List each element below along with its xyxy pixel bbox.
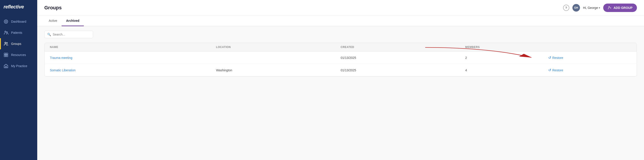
dashboard-icon [4, 19, 8, 24]
table-header: NAME LOCATION CREATED MEMBERS [44, 43, 637, 52]
table-row: Somatic Liberation Washington 01/13/2025… [44, 64, 637, 76]
sidebar: reflective Dashboard Patients Groups Res… [0, 0, 37, 160]
page-title: Groups [44, 5, 563, 11]
search-icon: 🔍 [47, 33, 51, 36]
chevron-down-icon: ▾ [599, 7, 600, 9]
search-wrapper[interactable]: 🔍 [44, 31, 93, 38]
groups-label: Groups [11, 42, 21, 46]
add-group-button[interactable]: ADD GROUP [603, 4, 637, 12]
main-content: Groups ? GH Hi, George ▾ ADD GROUP Activ… [37, 0, 644, 160]
location-cell-2: Washington [216, 68, 340, 72]
add-group-label: ADD GROUP [614, 6, 632, 10]
group-name-link-1[interactable]: Trauma meeting [50, 56, 72, 59]
content-area: 🔍 NAME LOCATION CREATED MEMBERS Trauma m… [37, 26, 644, 160]
members-cell-1: 2 [465, 56, 548, 59]
my-practice-label: My Practice [11, 64, 27, 68]
group-name-cell: Trauma meeting [50, 56, 216, 59]
sidebar-nav: Dashboard Patients Groups Resources My P [0, 16, 37, 71]
resources-label: Resources [11, 53, 26, 57]
svg-point-1 [5, 31, 6, 32]
tab-archived[interactable]: Archived [62, 16, 84, 26]
user-greeting[interactable]: Hi, George ▾ [583, 6, 600, 10]
restore-button-2[interactable]: ↺ Restore [548, 68, 563, 72]
svg-rect-6 [6, 53, 8, 55]
my-practice-icon [4, 63, 8, 68]
restore-button-1[interactable]: ↺ Restore [548, 56, 563, 60]
restore-label-2: Restore [552, 68, 563, 72]
col-action [548, 46, 631, 49]
col-members: MEMBERS [465, 46, 548, 49]
sidebar-item-resources[interactable]: Resources [0, 49, 37, 60]
created-cell-1: 01/13/2025 [340, 56, 465, 59]
svg-point-10 [609, 7, 610, 8]
action-cell-2: ↺ Restore [548, 68, 631, 72]
svg-rect-5 [4, 53, 6, 55]
search-container: 🔍 [44, 31, 637, 38]
header-actions: ? GH Hi, George ▾ ADD GROUP [563, 4, 637, 12]
svg-point-2 [6, 32, 8, 33]
resources-icon [4, 52, 8, 57]
col-name: NAME [50, 46, 216, 49]
restore-label-1: Restore [552, 56, 563, 59]
svg-rect-8 [6, 55, 8, 57]
table-row: Trauma meeting 01/13/2025 2 ↺ Restore [44, 52, 637, 64]
patients-icon [4, 30, 8, 35]
search-input[interactable] [53, 33, 90, 36]
sidebar-item-patients[interactable]: Patients [0, 27, 37, 38]
group-name-link-2[interactable]: Somatic Liberation [50, 68, 76, 72]
dashboard-label: Dashboard [11, 20, 26, 23]
svg-point-3 [5, 42, 6, 44]
col-location: LOCATION [216, 46, 340, 49]
add-group-icon [608, 6, 612, 10]
svg-point-0 [5, 21, 7, 22]
svg-rect-7 [4, 55, 6, 57]
patients-label: Patients [11, 31, 22, 34]
restore-icon-2: ↺ [548, 68, 551, 72]
app-logo: reflective [0, 0, 37, 14]
greeting-text: Hi, George [583, 6, 598, 10]
header: Groups ? GH Hi, George ▾ ADD GROUP [37, 0, 644, 16]
col-created: CREATED [340, 46, 465, 49]
svg-point-4 [6, 42, 8, 44]
groups-table: NAME LOCATION CREATED MEMBERS Trauma mee… [44, 43, 637, 77]
action-cell-1: ↺ Restore [548, 56, 631, 60]
group-name-cell: Somatic Liberation [50, 68, 216, 72]
groups-icon [4, 41, 8, 46]
sidebar-item-dashboard[interactable]: Dashboard [0, 16, 37, 27]
help-button[interactable]: ? [563, 5, 569, 11]
tabs-bar: Active Archived [37, 16, 644, 26]
restore-icon-1: ↺ [548, 56, 551, 60]
sidebar-item-groups[interactable]: Groups [0, 38, 37, 49]
members-cell-2: 4 [465, 68, 548, 72]
svg-rect-9 [5, 66, 7, 68]
tab-active[interactable]: Active [44, 16, 62, 26]
created-cell-2: 01/13/2025 [340, 68, 465, 72]
sidebar-item-my-practice[interactable]: My Practice [0, 60, 37, 71]
avatar: GH [572, 4, 580, 12]
